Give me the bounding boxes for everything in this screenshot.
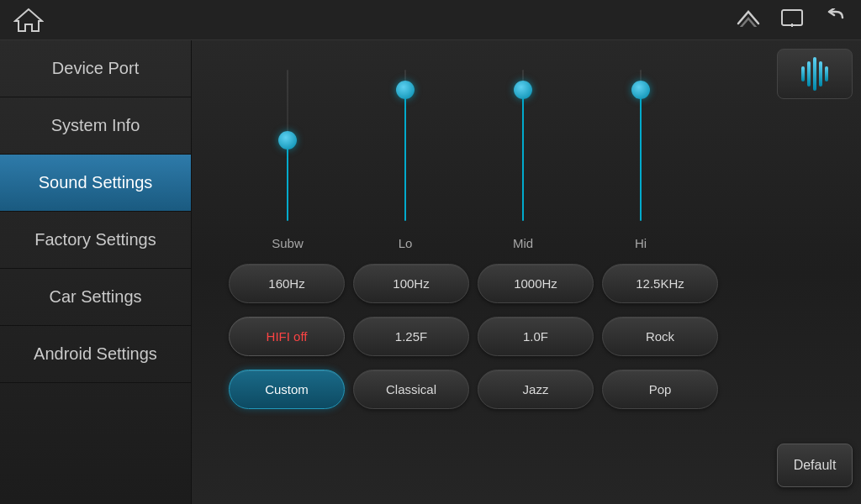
sidebar-item-device-port[interactable]: Device Port	[0, 40, 191, 97]
sidebar-item-car-settings[interactable]: Car Settings	[0, 269, 191, 326]
content-area: Subw Lo	[192, 40, 861, 504]
freq-1000hz-button[interactable]: 1000Hz	[478, 264, 594, 303]
mode-custom-button[interactable]: Custom	[229, 370, 345, 409]
top-bar-right	[737, 8, 848, 32]
eq-channel-mid: Mid	[464, 61, 582, 250]
sidebar-item-android-settings[interactable]: Android Settings	[0, 326, 191, 383]
freq-10f-button[interactable]: 1.0F	[478, 317, 594, 356]
top-bar-left	[13, 8, 44, 33]
frequency-buttons-row2: HIFI off 1.25F 1.0F Rock	[212, 317, 841, 356]
mode-pop-button[interactable]: Pop	[602, 370, 718, 409]
freq-125f-button[interactable]: 1.25F	[353, 317, 469, 356]
equalizer-area: Subw Lo	[212, 57, 841, 250]
hi-slider[interactable]	[640, 61, 642, 229]
sidebar-item-sound-settings[interactable]: Sound Settings	[0, 155, 191, 212]
freq-12khz-button[interactable]: 12.5KHz	[602, 264, 718, 303]
eq-channel-hi: Hi	[582, 61, 700, 250]
mode-classical-button[interactable]: Classical	[353, 370, 469, 409]
subw-label: Subw	[272, 236, 304, 250]
lo-slider[interactable]	[404, 61, 406, 229]
default-button[interactable]: Default	[777, 444, 853, 487]
frequency-buttons-row3: Custom Classical Jazz Pop	[212, 370, 841, 409]
freq-160hz-button[interactable]: 160Hz	[229, 264, 345, 303]
sidebar: Device Port System Info Sound Settings F…	[0, 40, 192, 504]
main-layout: Device Port System Info Sound Settings F…	[0, 40, 861, 504]
back-icon[interactable]	[824, 8, 848, 32]
mid-label: Mid	[513, 236, 533, 250]
sidebar-item-factory-settings[interactable]: Factory Settings	[0, 212, 191, 269]
home-icon[interactable]	[13, 8, 44, 33]
hi-label: Hi	[635, 236, 647, 250]
svg-marker-0	[15, 9, 42, 31]
frequency-buttons-row1: 160Hz 100Hz 1000Hz 12.5KHz	[212, 264, 841, 303]
mode-rock-button[interactable]: Rock	[602, 317, 718, 356]
sidebar-item-system-info[interactable]: System Info	[0, 97, 191, 155]
eq-channel-subw: Subw	[229, 61, 346, 250]
top-bar	[0, 0, 861, 40]
mid-slider[interactable]	[522, 61, 524, 229]
chevron-up-icon[interactable]	[737, 8, 760, 32]
eq-channel-lo: Lo	[346, 61, 464, 250]
hifi-off-button[interactable]: HIFI off	[229, 317, 345, 356]
screen-icon[interactable]	[780, 8, 804, 32]
subw-slider[interactable]	[287, 61, 288, 229]
mode-jazz-button[interactable]: Jazz	[478, 370, 594, 409]
lo-label: Lo	[399, 236, 413, 250]
svg-rect-1	[782, 10, 802, 25]
freq-100hz-button[interactable]: 100Hz	[353, 264, 469, 303]
